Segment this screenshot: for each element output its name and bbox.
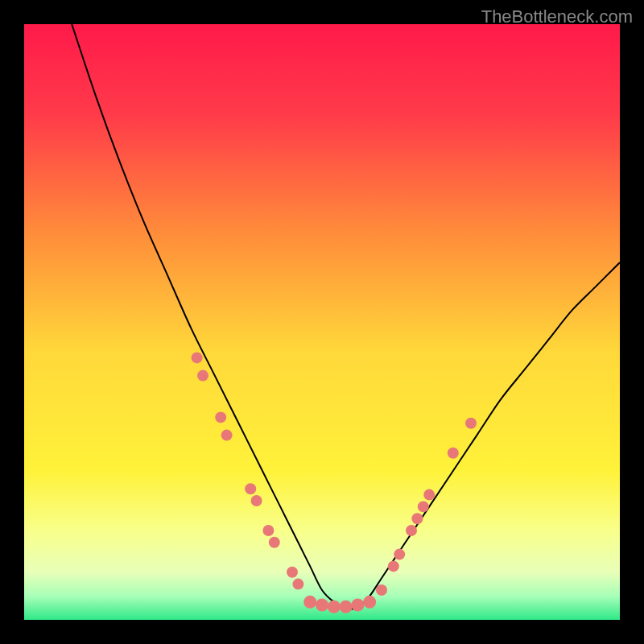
bottleneck-chart — [24, 24, 620, 620]
data-marker — [328, 601, 341, 613]
data-marker — [465, 418, 477, 429]
data-marker — [192, 352, 203, 363]
data-marker — [197, 370, 208, 382]
data-marker — [388, 560, 399, 572]
gradient-background — [24, 24, 620, 620]
chart-plot-area — [24, 24, 620, 620]
data-marker — [269, 537, 280, 548]
data-marker — [262, 525, 274, 536]
data-marker — [418, 501, 429, 512]
data-marker — [251, 495, 262, 506]
data-marker — [221, 430, 233, 441]
data-marker — [245, 483, 256, 494]
data-marker — [394, 549, 405, 560]
data-marker — [448, 448, 459, 459]
data-marker — [376, 584, 387, 596]
data-marker — [215, 411, 226, 423]
data-marker — [303, 596, 316, 609]
data-marker — [406, 525, 417, 536]
data-marker — [351, 599, 364, 612]
data-marker — [292, 579, 303, 590]
data-marker — [363, 596, 376, 609]
data-marker — [423, 489, 435, 501]
data-marker — [287, 567, 298, 578]
data-marker — [411, 513, 423, 524]
data-marker — [340, 601, 353, 613]
data-marker — [316, 599, 328, 612]
watermark-text: TheBottleneck.com — [481, 6, 633, 27]
